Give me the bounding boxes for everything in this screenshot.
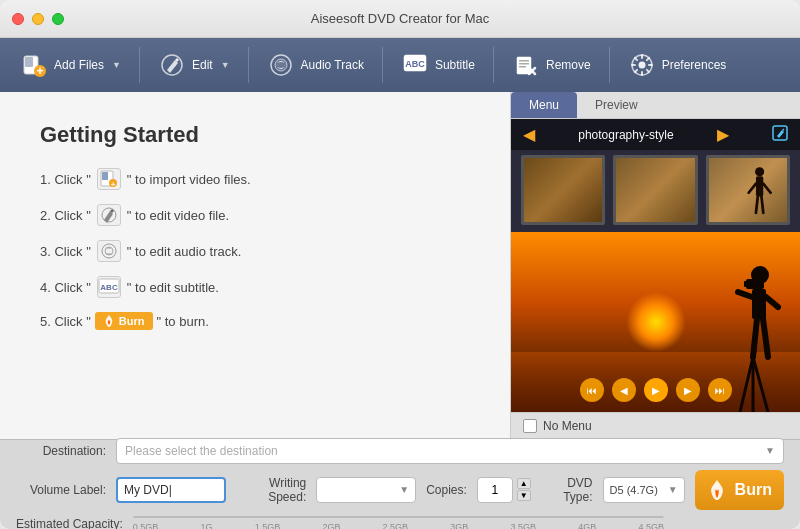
- edit-style-icon[interactable]: [772, 125, 788, 144]
- writing-speed-select[interactable]: ▼: [316, 477, 416, 503]
- audio-track-icon: [267, 51, 295, 79]
- svg-line-29: [748, 184, 755, 193]
- style-name: photography-style: [578, 128, 673, 142]
- toolbar-divider-3: [382, 47, 383, 83]
- svg-rect-12: [519, 66, 526, 68]
- step-1-text: 1. Click " + " to import video files.: [40, 168, 251, 190]
- toolbar-divider-2: [248, 47, 249, 83]
- preview-panel: Menu Preview ◀ photography-style ▶: [510, 92, 800, 439]
- destination-select[interactable]: Please select the destination ▼: [116, 438, 784, 464]
- remove-icon: [512, 51, 540, 79]
- audio-track-button[interactable]: Audio Track: [257, 45, 374, 85]
- burn-label: Burn: [735, 481, 772, 499]
- fast-forward-button[interactable]: ⏭: [708, 378, 732, 402]
- svg-text:+: +: [111, 180, 116, 188]
- step-5: 5. Click " Burn " to burn.: [40, 312, 470, 330]
- capacity-labels: 0.5GB 1G 1.5GB 2GB 2.5GB 3GB 3.5GB 4GB 4…: [133, 522, 664, 530]
- svg-text:+: +: [36, 64, 43, 78]
- copies-stepper: ▲ ▼: [477, 477, 531, 503]
- step-2-num: 2. Click ": [40, 208, 91, 223]
- photo-thumb-2: [613, 155, 697, 225]
- svg-rect-1: [25, 57, 33, 67]
- burn-badge: Burn: [95, 312, 153, 330]
- step-1-icon: +: [97, 168, 121, 190]
- remove-button[interactable]: Remove: [502, 45, 601, 85]
- copies-input[interactable]: [477, 477, 513, 503]
- svg-point-27: [755, 167, 764, 176]
- window-controls: [12, 13, 64, 25]
- next-button[interactable]: ▶: [676, 378, 700, 402]
- step-5-num: 5. Click ": [40, 314, 91, 329]
- destination-arrow-icon: ▼: [765, 445, 775, 456]
- edit-button[interactable]: Edit ▼: [148, 45, 240, 85]
- burn-button[interactable]: Burn: [695, 470, 784, 510]
- capacity-section: 0.5GB 1G 1.5GB 2GB 2.5GB 3GB 3.5GB 4GB 4…: [133, 516, 664, 530]
- volume-input[interactable]: [116, 477, 226, 503]
- minimize-button[interactable]: [32, 13, 44, 25]
- photo-thumbnails: [521, 155, 790, 225]
- svg-line-39: [753, 319, 757, 357]
- copies-down-button[interactable]: ▼: [517, 490, 531, 501]
- copies-stepper-btns: ▲ ▼: [517, 478, 531, 501]
- svg-rect-10: [519, 60, 529, 62]
- preview-nav: ◀ photography-style ▶: [511, 119, 800, 150]
- writing-speed-label: Writing Speed:: [236, 476, 306, 504]
- add-files-button[interactable]: + Add Files ▼: [10, 45, 131, 85]
- step-3-num: 3. Click ": [40, 244, 91, 259]
- svg-rect-11: [519, 63, 529, 65]
- preview-tabs: Menu Preview: [511, 92, 800, 119]
- add-files-label: Add Files: [54, 58, 104, 72]
- svg-line-31: [756, 196, 758, 212]
- rewind-button[interactable]: ⏮: [580, 378, 604, 402]
- step-2: 2. Click " " to edit video file.: [40, 204, 470, 226]
- dvd-type-select[interactable]: D5 (4.7G) ▼: [603, 477, 685, 503]
- svg-point-22: [102, 244, 116, 258]
- writing-speed-arrow-icon: ▼: [399, 484, 409, 495]
- preferences-button[interactable]: Preferences: [618, 45, 737, 85]
- volume-label-text: Volume Label:: [16, 483, 106, 497]
- tab-menu[interactable]: Menu: [511, 92, 577, 118]
- step-4-after: " to edit subtitle.: [127, 280, 219, 295]
- step-4-num: 4. Click ": [40, 280, 91, 295]
- step-2-icon: [97, 204, 121, 226]
- step-3-text: 3. Click " " to edit audio track.: [40, 240, 241, 262]
- svg-rect-9: [517, 57, 531, 74]
- preview-area: ◀ photography-style ▶: [511, 119, 800, 412]
- svg-line-32: [761, 196, 763, 212]
- no-menu-label: No Menu: [543, 419, 592, 433]
- preferences-icon: [628, 51, 656, 79]
- play-button[interactable]: ▶: [644, 378, 668, 402]
- step-3-icon: [97, 240, 121, 262]
- svg-line-30: [763, 184, 770, 193]
- prev-arrow-icon[interactable]: ◀: [523, 125, 535, 144]
- step-5-after: " to burn.: [157, 314, 209, 329]
- step-2-after: " to edit video file.: [127, 208, 229, 223]
- step-4: 4. Click " ABC " to edit subtitle.: [40, 276, 470, 298]
- close-button[interactable]: [12, 13, 24, 25]
- getting-started-title: Getting Started: [40, 122, 470, 148]
- main-content: Getting Started 1. Click " + " to import…: [0, 92, 800, 439]
- no-menu-checkbox[interactable]: [523, 419, 537, 433]
- step-2-text: 2. Click " " to edit video file.: [40, 204, 229, 226]
- tab-preview[interactable]: Preview: [577, 92, 656, 118]
- step-1-after: " to import video files.: [127, 172, 251, 187]
- dvd-type-label: DVD Type:: [541, 476, 593, 504]
- add-files-arrow: ▼: [112, 60, 121, 70]
- next-arrow-icon[interactable]: ▶: [717, 125, 729, 144]
- maximize-button[interactable]: [52, 13, 64, 25]
- prev-button[interactable]: ◀: [612, 378, 636, 402]
- svg-rect-35: [744, 281, 750, 287]
- destination-row: Destination: Please select the destinati…: [16, 438, 784, 464]
- step-1-num: 1. Click ": [40, 172, 91, 187]
- destination-label: Destination:: [16, 444, 106, 458]
- dvd-type-arrow-icon: ▼: [668, 484, 678, 495]
- svg-point-16: [638, 62, 645, 69]
- subtitle-button[interactable]: ABC Subtitle: [391, 45, 485, 85]
- svg-line-40: [763, 319, 768, 357]
- getting-started-panel: Getting Started 1. Click " + " to import…: [0, 92, 510, 439]
- settings-row: Volume Label: Writing Speed: ▼ Copies: ▲…: [16, 470, 784, 510]
- no-menu-row: No Menu: [511, 412, 800, 439]
- svg-line-37: [738, 292, 752, 297]
- copies-up-button[interactable]: ▲: [517, 478, 531, 489]
- titlebar: Aiseesoft DVD Creator for Mac: [0, 0, 800, 38]
